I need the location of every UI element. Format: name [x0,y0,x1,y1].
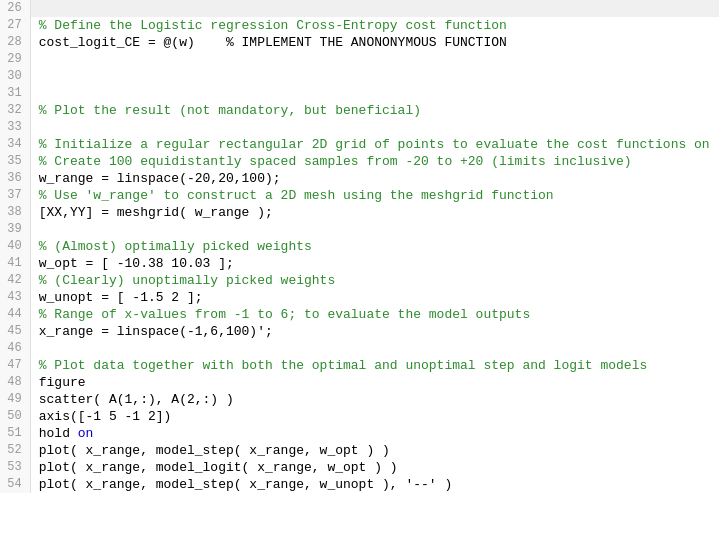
line-number: 41 [0,255,30,272]
line-content: % Plot the result (not mandatory, but be… [30,102,719,119]
table-row: 54plot( x_range, model_step( x_range, w_… [0,476,719,493]
code-span: axis([-1 5 -1 2]) [39,409,172,424]
table-row: 50axis([-1 5 -1 2]) [0,408,719,425]
line-number: 31 [0,85,30,102]
line-number: 47 [0,357,30,374]
line-number: 46 [0,340,30,357]
line-number: 29 [0,51,30,68]
table-row: 32% Plot the result (not mandatory, but … [0,102,719,119]
table-row: 35% Create 100 equidistantly spaced samp… [0,153,719,170]
line-content: % Use 'w_range' to construct a 2D mesh u… [30,187,719,204]
table-row: 52plot( x_range, model_step( x_range, w_… [0,442,719,459]
line-number: 33 [0,119,30,136]
code-span: % (Clearly) unoptimally picked weights [39,273,335,288]
code-span: [XX,YY] = meshgrid( w_range ); [39,205,273,220]
code-span: plot( x_range, model_step( x_range, w_op… [39,443,390,458]
table-row: 47% Plot data together with both the opt… [0,357,719,374]
line-content: % (Almost) optimally picked weights [30,238,719,255]
code-span: % Define the Logistic regression Cross-E… [39,18,507,33]
code-span: plot( x_range, model_step( x_range, w_un… [39,477,452,492]
line-number: 40 [0,238,30,255]
line-content: axis([-1 5 -1 2]) [30,408,719,425]
table-row: 28cost_logit_CE = @(w) % IMPLEMENT THE A… [0,34,719,51]
code-span: scatter( A(1,:), A(2,:) ) [39,392,234,407]
line-content [30,119,719,136]
line-number: 37 [0,187,30,204]
code-span: % Plot data together with both the optim… [39,358,648,373]
table-row: 49scatter( A(1,:), A(2,:) ) [0,391,719,408]
line-content: % Define the Logistic regression Cross-E… [30,17,719,34]
line-content [30,68,719,85]
code-span: % Plot the result (not mandatory, but be… [39,103,421,118]
line-content: % Initialize a regular rectangular 2D gr… [30,136,719,153]
code-span: x_range = linspace(-1,6,100)'; [39,324,273,339]
table-row: 36w_range = linspace(-20,20,100); [0,170,719,187]
line-number: 52 [0,442,30,459]
code-span: plot( x_range, model_logit( x_range, w_o… [39,460,398,475]
line-number: 32 [0,102,30,119]
table-row: 26 [0,0,719,17]
line-number: 53 [0,459,30,476]
code-span: % Use 'w_range' to construct a 2D mesh u… [39,188,554,203]
table-row: 46 [0,340,719,357]
table-row: 27% Define the Logistic regression Cross… [0,17,719,34]
line-content: plot( x_range, model_step( x_range, w_un… [30,476,719,493]
line-number: 45 [0,323,30,340]
table-row: 29 [0,51,719,68]
line-number: 54 [0,476,30,493]
line-content: % (Clearly) unoptimally picked weights [30,272,719,289]
line-number: 44 [0,306,30,323]
line-content: % Plot data together with both the optim… [30,357,719,374]
line-content [30,85,719,102]
line-number: 48 [0,374,30,391]
table-row: 34% Initialize a regular rectangular 2D … [0,136,719,153]
line-content: w_range = linspace(-20,20,100); [30,170,719,187]
table-row: 31 [0,85,719,102]
line-number: 50 [0,408,30,425]
line-content [30,0,719,17]
line-content: w_unopt = [ -1.5 2 ]; [30,289,719,306]
code-editor: 26 27% Define the Logistic regression Cr… [0,0,719,541]
table-row: 53plot( x_range, model_logit( x_range, w… [0,459,719,476]
line-number: 49 [0,391,30,408]
code-span: w_range = linspace(-20,20,100); [39,171,281,186]
code-span: figure [39,375,86,390]
table-row: 43w_unopt = [ -1.5 2 ]; [0,289,719,306]
line-content: cost_logit_CE = @(w) % IMPLEMENT THE ANO… [30,34,719,51]
table-row: 37% Use 'w_range' to construct a 2D mesh… [0,187,719,204]
line-number: 26 [0,0,30,17]
line-content: hold on [30,425,719,442]
line-number: 28 [0,34,30,51]
code-span: w_unopt = [ -1.5 2 ]; [39,290,203,305]
code-table: 26 27% Define the Logistic regression Cr… [0,0,719,493]
line-content [30,51,719,68]
table-row: 39 [0,221,719,238]
line-content: % Create 100 equidistantly spaced sample… [30,153,719,170]
line-number: 27 [0,17,30,34]
table-row: 38[XX,YY] = meshgrid( w_range ); [0,204,719,221]
code-span: on [78,426,94,441]
line-content: x_range = linspace(-1,6,100)'; [30,323,719,340]
line-content: [XX,YY] = meshgrid( w_range ); [30,204,719,221]
line-content: plot( x_range, model_logit( x_range, w_o… [30,459,719,476]
code-span: % Initialize a regular rectangular 2D gr… [39,137,710,152]
line-content: % Range of x-values from -1 to 6; to eva… [30,306,719,323]
code-span: hold [39,426,78,441]
line-content: scatter( A(1,:), A(2,:) ) [30,391,719,408]
table-row: 40% (Almost) optimally picked weights [0,238,719,255]
table-row: 44% Range of x-values from -1 to 6; to e… [0,306,719,323]
code-span: cost_logit_CE = @(w) % IMPLEMENT THE ANO… [39,35,507,50]
table-row: 42% (Clearly) unoptimally picked weights [0,272,719,289]
code-span: % Create 100 equidistantly spaced sample… [39,154,632,169]
line-content [30,221,719,238]
line-number: 36 [0,170,30,187]
line-content: w_opt = [ -10.38 10.03 ]; [30,255,719,272]
line-number: 38 [0,204,30,221]
line-content: plot( x_range, model_step( x_range, w_op… [30,442,719,459]
table-row: 45x_range = linspace(-1,6,100)'; [0,323,719,340]
line-number: 35 [0,153,30,170]
line-number: 43 [0,289,30,306]
table-row: 51hold on [0,425,719,442]
line-number: 34 [0,136,30,153]
code-span: % (Almost) optimally picked weights [39,239,312,254]
